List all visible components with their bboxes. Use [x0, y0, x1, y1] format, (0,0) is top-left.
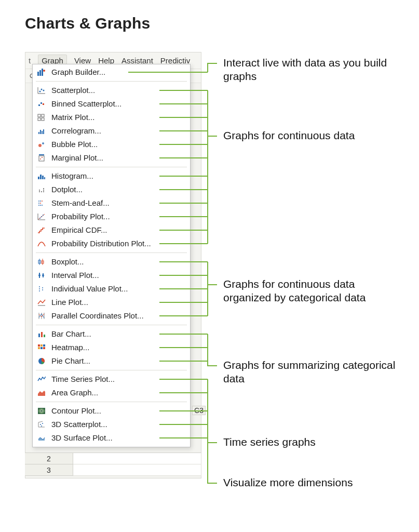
menu-item-label: Dotplot...	[51, 185, 83, 194]
menu-item-label: Matrix Plot...	[51, 113, 94, 122]
svg-rect-67	[38, 334, 40, 337]
menu-item-label: Correlogram...	[51, 126, 101, 136]
menu-item-stem-and-leaf[interactable]: Stem-and-Leaf...	[33, 196, 190, 210]
svg-rect-26	[38, 177, 39, 179]
svg-point-35	[43, 188, 44, 189]
menu-item-matrix-plot[interactable]: Matrix Plot...	[33, 111, 190, 124]
graph-builder-icon	[37, 68, 46, 76]
row-header: 3	[25, 464, 73, 476]
sheet-cell	[73, 453, 201, 464]
menu-item-label: Heatmap...	[51, 343, 89, 352]
svg-point-7	[41, 89, 43, 90]
annotation-continuous: Graphs for continuous data	[223, 129, 355, 142]
svg-rect-14	[38, 118, 40, 121]
menu-item-heatmap[interactable]: Heatmap...	[33, 341, 190, 354]
probability-plot-icon	[37, 212, 46, 221]
svg-point-6	[39, 91, 41, 92]
svg-rect-25	[39, 154, 44, 155]
svg-point-21	[42, 142, 44, 144]
svg-point-34	[43, 190, 44, 191]
menu-item-correlogram[interactable]: Correlogram...	[33, 124, 190, 138]
svg-point-38	[42, 201, 43, 202]
menu-item-label: Marginal Plot...	[51, 153, 103, 163]
menu-separator	[36, 370, 187, 370]
annotation-continuous-by-categorical: Graphs for continuous data organized by …	[223, 277, 400, 305]
svg-point-39	[38, 203, 39, 204]
svg-point-82	[40, 424, 41, 425]
menu-item-label: Bubble Plot...	[51, 140, 98, 149]
svg-rect-71	[40, 344, 43, 347]
menu-item-histogram[interactable]: Histogram...	[33, 169, 190, 183]
menu-item-parallel-coordinates-plot[interactable]: Parallel Coordinates Plot...	[33, 309, 190, 323]
menu-item-pie-chart[interactable]: Pie Chart...	[33, 354, 190, 368]
svg-rect-72	[43, 344, 45, 347]
svg-rect-12	[38, 114, 40, 117]
svg-point-43	[42, 205, 43, 206]
svg-rect-19	[43, 129, 44, 134]
menu-item-area-graph[interactable]: Area Graph...	[33, 386, 190, 400]
menu-separator	[36, 402, 187, 402]
menu-item-label: Contour Plot...	[51, 406, 101, 416]
menu-item-bubble-plot[interactable]: Bubble Plot...	[33, 138, 190, 151]
menu-item-label: Time Series Plot...	[51, 375, 115, 384]
svg-rect-27	[40, 175, 42, 179]
menu-separator	[36, 325, 187, 325]
menu-item-graph-builder[interactable]: Graph Builder...	[33, 65, 190, 79]
svg-rect-28	[42, 176, 44, 179]
menu-item-binned-scatterplot[interactable]: Binned Scatterplot...	[33, 97, 190, 111]
menu-item-label: Parallel Coordinates Plot...	[51, 311, 144, 321]
time-series-icon	[37, 375, 46, 383]
menu-item-empirical-cdf[interactable]: Empirical CDF...	[33, 223, 190, 237]
menu-item-bar-chart[interactable]: Bar Chart...	[33, 327, 190, 341]
menu-item-probability-plot[interactable]: Probability Plot...	[33, 210, 190, 223]
menu-item-interval-plot[interactable]: Interval Plot...	[33, 269, 190, 282]
row-header: 2	[25, 453, 73, 464]
menu-item-dotplot[interactable]: Dotplot...	[33, 183, 190, 196]
svg-point-3	[43, 70, 45, 72]
histogram-icon	[37, 172, 46, 180]
page-title: Charts & Graphs	[25, 15, 150, 32]
menu-item-scatterplot[interactable]: Scatterplot...	[33, 84, 190, 97]
menu-item-probability-distribution-plot[interactable]: Probability Distribution Plot...	[33, 237, 190, 250]
sheet-cell	[73, 464, 201, 476]
menu-item-label: Graph Builder...	[51, 68, 105, 77]
svg-point-30	[39, 191, 40, 192]
scatterplot-icon	[37, 86, 46, 95]
menu-item-3d-surface-plot[interactable]: 3D Surface Plot...	[33, 431, 190, 445]
pie-chart-icon	[37, 357, 46, 365]
annotation-categorical-summary: Graphs for summarizing categorical data	[223, 358, 400, 386]
area-graph-icon	[37, 389, 46, 397]
svg-point-47	[39, 218, 40, 219]
menu-separator	[36, 167, 187, 167]
svg-point-36	[38, 201, 39, 202]
spreadsheet-fragment: 2 3	[25, 453, 201, 476]
svg-rect-18	[42, 131, 43, 134]
column-header-c3: C3	[192, 406, 206, 415]
matrix-plot-icon	[37, 113, 46, 122]
svg-rect-1	[39, 70, 41, 76]
svg-point-83	[42, 423, 43, 424]
menu-item-individual-value-plot[interactable]: Individual Value Plot...	[33, 282, 190, 296]
svg-rect-70	[38, 344, 40, 347]
annotation-more-dimensions: Visualize more dimensions	[223, 476, 353, 489]
menu-item-marginal-plot[interactable]: Marginal Plot...	[33, 151, 190, 165]
menu-item-line-plot[interactable]: Line Plot...	[33, 296, 190, 309]
menu-item-contour-plot[interactable]: Contour Plot...	[33, 404, 190, 418]
annotation-time-series: Time series graphs	[223, 435, 316, 449]
bubble-plot-icon	[37, 140, 46, 149]
menu-item-label: 3D Scatterplot...	[51, 420, 107, 429]
svg-point-58	[39, 286, 40, 287]
menu-item-boxplot[interactable]: Boxplot...	[33, 255, 190, 269]
graph-dropdown-menu: Graph Builder...Scatterplot...Binned Sca…	[32, 64, 191, 447]
svg-rect-15	[42, 118, 44, 121]
bar-chart-icon	[37, 330, 46, 338]
svg-point-61	[42, 287, 43, 288]
menu-item-label: Stem-and-Leaf...	[51, 198, 110, 208]
binned-scatterplot-icon	[37, 100, 46, 108]
menu-item-label: Bar Chart...	[51, 329, 91, 339]
svg-point-8	[43, 90, 45, 91]
menu-item-3d-scatterplot[interactable]: 3D Scatterplot...	[33, 418, 190, 431]
svg-point-40	[40, 203, 41, 204]
menu-item-time-series-plot[interactable]: Time Series Plot...	[33, 373, 190, 386]
svg-point-57	[42, 274, 44, 276]
